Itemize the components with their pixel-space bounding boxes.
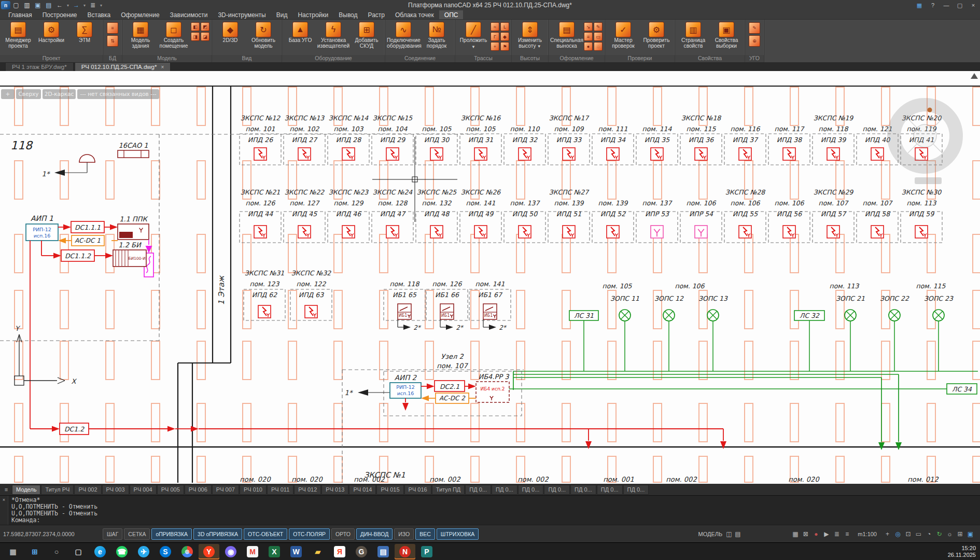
new-file-icon[interactable]: ▢ bbox=[11, 1, 21, 10]
layers-lock-icon[interactable]: ≣ bbox=[832, 529, 841, 538]
smoke-detector-symbol[interactable] bbox=[827, 226, 839, 238]
check-project-button[interactable]: ⚙Проверить проект bbox=[640, 21, 673, 49]
route-angle-tool-button[interactable]: Γ bbox=[491, 32, 499, 41]
smoke-detector-symbol[interactable] bbox=[607, 148, 619, 160]
toggle-ОРТО[interactable]: ОРТО bbox=[331, 528, 355, 540]
layout-tab-РЧ 005[interactable]: РЧ 005 bbox=[157, 485, 184, 495]
smoke-detector-symbol[interactable] bbox=[342, 226, 355, 238]
menu-item-Вставка[interactable]: Вставка bbox=[82, 10, 116, 19]
smoke-detector-symbol[interactable] bbox=[827, 148, 839, 160]
ugo-edit-button[interactable]: ✎ bbox=[749, 22, 760, 34]
smoke-detector-symbol[interactable] bbox=[783, 226, 795, 238]
bi-symbol[interactable]: БИ100-И bbox=[113, 250, 146, 267]
route-delete-tool-button[interactable]: ◆ bbox=[500, 32, 509, 41]
db-sync-button[interactable]: ⇅ bbox=[107, 35, 118, 47]
taskbar-app-zoom[interactable]: ◉ bbox=[220, 544, 241, 559]
connect-equipment-button[interactable]: ∿Подключение оборудования bbox=[387, 21, 419, 49]
taskbar-app-task-view[interactable]: ▢ bbox=[68, 544, 89, 559]
layout-tab-РЧ 010[interactable]: РЧ 010 bbox=[240, 485, 267, 495]
command-history[interactable]: *Отмена*U,O,ПОТМЕНИТЬ - ОтменитьU,O,ПОТМ… bbox=[8, 496, 980, 525]
app-logo[interactable]: n bbox=[1, 1, 10, 9]
barrier-symbol[interactable]: ИБ1 bbox=[440, 304, 454, 319]
layout-tab-ПД 0...[interactable]: ПД 0... bbox=[518, 485, 544, 495]
redo-icon[interactable]: → bbox=[71, 1, 81, 10]
check-wizard-button[interactable]: ✓Мастер проверок bbox=[607, 21, 639, 49]
toggle-3D оПРИВЯЗКА[interactable]: 3D оПРИВЯЗКА bbox=[193, 528, 242, 540]
smoke-detector-symbol[interactable] bbox=[915, 148, 928, 160]
smoke-detector-symbol[interactable] bbox=[254, 148, 267, 160]
grid-icon[interactable]: ▦ bbox=[791, 529, 800, 538]
toggle-ДИН-ВВОД[interactable]: ДИН-ВВОД bbox=[356, 528, 393, 540]
etm-button[interactable]: ∑ЭТМ bbox=[68, 21, 101, 44]
smoke-detector-symbol[interactable] bbox=[607, 226, 619, 238]
qat-customize-icon[interactable]: ▾ bbox=[99, 1, 104, 10]
minimize-button[interactable]: — bbox=[940, 0, 953, 10]
route-flag-tool-button[interactable]: ⚑ bbox=[500, 42, 509, 51]
help-button[interactable]: ? bbox=[926, 0, 940, 10]
cursor-icon[interactable]: ▶ bbox=[822, 529, 831, 538]
refresh-model-button[interactable]: ↻Обновить модель bbox=[247, 21, 279, 49]
redo-dropdown-icon[interactable]: ▾ bbox=[82, 1, 87, 10]
undo-dropdown-icon[interactable]: ▾ bbox=[65, 1, 71, 10]
route-add-tool-button[interactable]: + bbox=[491, 42, 499, 51]
monitor-icon[interactable]: ▣ bbox=[966, 529, 975, 538]
column-tool-button[interactable]: ◨ bbox=[191, 32, 200, 41]
layout-tab-РЧ 015[interactable]: РЧ 015 bbox=[376, 485, 403, 495]
zoom-icon[interactable]: ◎ bbox=[893, 529, 902, 538]
align-tool-button[interactable]: ≡ bbox=[584, 32, 593, 41]
change-height-button[interactable]: ⇕Изменить высоту ▼ bbox=[514, 21, 546, 50]
ugo-base-button[interactable]: ▲База УГО bbox=[284, 21, 316, 44]
marker-tool-button[interactable]: ◌ bbox=[594, 42, 603, 51]
layout-tab-РЧ 002[interactable]: РЧ 002 bbox=[74, 485, 101, 495]
taskbar-app-skype[interactable]: S bbox=[155, 544, 176, 559]
taskbar-app-app-grid[interactable]: ▦ bbox=[3, 544, 23, 559]
smoke-detector-symbol[interactable] bbox=[474, 148, 487, 160]
smoke-detector-symbol[interactable] bbox=[474, 226, 487, 238]
ppk-symbol[interactable] bbox=[118, 224, 149, 240]
project-manager-button[interactable]: ▤Менеджер проекта bbox=[2, 21, 34, 49]
barrier-symbol[interactable]: ИБ1 bbox=[483, 304, 497, 319]
drawing-svg[interactable]: 1 ЭтажЗКСПС №12пом. 101ИПД 26ЗКСПС №13по… bbox=[0, 71, 980, 484]
taskbar-clock[interactable]: 15:20 26.11.2025 bbox=[948, 545, 976, 558]
annunciator-symbol[interactable] bbox=[933, 310, 944, 321]
annunciator-symbol[interactable] bbox=[707, 310, 719, 321]
layout-tab-РЧ 003[interactable]: РЧ 003 bbox=[102, 485, 129, 495]
smoke-detector-symbol[interactable] bbox=[342, 148, 355, 160]
sheet-icon[interactable]: ▤ bbox=[733, 529, 742, 538]
route-lay-button[interactable]: ╱Проложить ▼ bbox=[457, 21, 489, 50]
smoke-detector-symbol[interactable] bbox=[254, 226, 267, 238]
menu-item-3D-инструменты[interactable]: 3D-инструменты bbox=[213, 10, 271, 19]
record-icon[interactable]: ● bbox=[811, 529, 820, 538]
taskbar-app-gimp[interactable]: G bbox=[351, 544, 372, 559]
undo-icon[interactable]: ← bbox=[54, 1, 65, 10]
set-order-button[interactable]: №Задать порядок bbox=[421, 21, 453, 49]
manual-call-point-symbol[interactable] bbox=[695, 226, 707, 238]
smoke-detector-symbol[interactable] bbox=[519, 148, 531, 160]
menu-item-Настройки[interactable]: Настройки bbox=[292, 10, 333, 19]
taskbar-app-yandex-browser[interactable]: Y bbox=[199, 544, 219, 559]
smoke-detector-symbol[interactable] bbox=[430, 226, 443, 238]
taskbar-app-gmail[interactable]: M bbox=[242, 544, 263, 559]
building-model-button[interactable]: ▦Модель здания bbox=[124, 21, 157, 49]
layout-tab-РЧ 013[interactable]: РЧ 013 bbox=[321, 485, 348, 495]
model-space-label[interactable]: МОДЕЛЬ bbox=[698, 531, 723, 537]
smoke-detector-symbol[interactable] bbox=[305, 305, 317, 318]
layout-list-icon[interactable]: ≡ bbox=[1, 485, 11, 494]
menu-item-Главная[interactable]: Главная bbox=[3, 10, 37, 19]
layout-tab-ПД 0...[interactable]: ПД 0... bbox=[570, 485, 596, 495]
toggle-СЕТКА[interactable]: СЕТКА bbox=[124, 528, 150, 540]
smoke-detector-symbol[interactable] bbox=[739, 148, 751, 160]
contour-tool-button[interactable]: ◧ bbox=[191, 22, 200, 31]
taskbar-app-nanocad[interactable]: N bbox=[395, 544, 415, 559]
menu-item-Вид[interactable]: Вид bbox=[271, 10, 293, 19]
command-prompt[interactable]: Команда: bbox=[11, 517, 977, 524]
layout-tab-РЧ 012[interactable]: РЧ 012 bbox=[294, 485, 321, 495]
siren-symbol[interactable] bbox=[79, 155, 95, 162]
layout-tab-РЧ 011[interactable]: РЧ 011 bbox=[267, 485, 293, 495]
scroll-arrow[interactable] bbox=[971, 73, 978, 79]
smoke-detector-symbol[interactable] bbox=[695, 148, 707, 160]
doc-tab[interactable]: РЧ 1 этаж БРУ.dwg* bbox=[5, 62, 74, 71]
smoke-detector-symbol[interactable] bbox=[298, 148, 311, 160]
toggle-ШАГ[interactable]: ШАГ bbox=[103, 528, 122, 540]
taskbar-app-edge[interactable]: e bbox=[90, 544, 110, 559]
